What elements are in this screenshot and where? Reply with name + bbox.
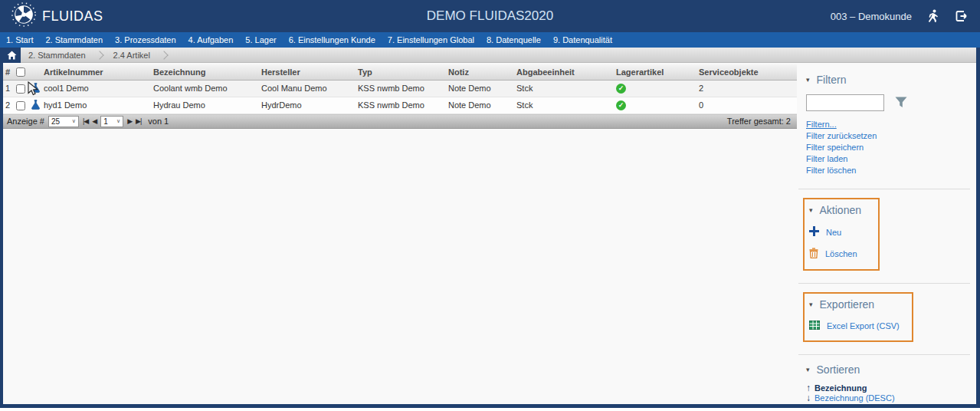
- flask-icon[interactable]: [31, 102, 40, 111]
- row-checkbox[interactable]: [16, 101, 25, 110]
- customer-label: 003 – Demokunde: [831, 11, 912, 22]
- column-bezeichnung[interactable]: Bezeichnung: [151, 64, 259, 80]
- funnel-icon[interactable]: [895, 97, 907, 110]
- column-artikelnummer[interactable]: Artikelnummer: [41, 64, 151, 80]
- column-abgabeeinheit[interactable]: Abgabeeinheit: [514, 64, 614, 80]
- export-section-header[interactable]: ▾ Exportieren: [809, 298, 900, 311]
- new-button[interactable]: Neu: [809, 226, 866, 238]
- column-icon: [29, 64, 41, 80]
- next-page-button[interactable]: ▶: [127, 117, 132, 125]
- table-row: 1 cool1 Demo Coolant wmb Demo: [3, 80, 797, 97]
- actions-section: ▾ Aktionen Neu: [803, 198, 880, 271]
- chevron-right-icon: [159, 51, 168, 59]
- nav-item-prozessdaten[interactable]: 3. Prozessdaten: [115, 35, 176, 44]
- select-all-checkbox[interactable]: [16, 67, 25, 77]
- nav-item-datenquelle[interactable]: 8. Datenquelle: [487, 35, 541, 44]
- header-right: 003 – Demokunde: [831, 9, 969, 23]
- section-divider: [798, 283, 970, 284]
- column-num: #: [3, 64, 14, 80]
- collapse-icon: ▾: [806, 76, 810, 84]
- breadcrumb-item-stammdaten[interactable]: 2. Stammdaten: [21, 51, 97, 60]
- collapse-icon: ▾: [806, 366, 810, 373]
- cell-bezeichnung: Hydrau Demo: [151, 97, 259, 113]
- page-count-label: von 1: [148, 117, 169, 126]
- sort-option-bezeichnung-asc[interactable]: ↑ Bezeichnung: [806, 383, 970, 393]
- breadcrumb-item-artikel[interactable]: 2.4 Artikel: [106, 51, 161, 60]
- check-circle-icon: ✓: [616, 84, 626, 94]
- section-divider: [798, 189, 970, 189]
- section-divider: [798, 354, 970, 355]
- column-notiz[interactable]: Notiz: [446, 64, 514, 80]
- sidebar: ▾ Filtern Filtern... Filter zurücksetzen: [798, 63, 970, 408]
- filter-input[interactable]: [806, 94, 884, 111]
- app-header: FLUIDAS DEMO FLUIDAS2020 003 – Demokunde: [0, 0, 980, 32]
- excel-export-label: Excel Export (CSV): [827, 321, 900, 330]
- cell-typ: KSS nwmb Demo: [356, 80, 446, 97]
- actions-section-header[interactable]: ▾ Aktionen: [809, 204, 866, 216]
- export-section-title: Exportieren: [820, 298, 875, 311]
- cell-typ: KSS nwmb Demo: [356, 97, 446, 113]
- sort-option-fcode-asc[interactable]: ↑ F-Code: [806, 403, 970, 408]
- total-results-label: Treffer gesamt: 2: [727, 117, 791, 126]
- filter-link-laden[interactable]: Filter laden: [806, 153, 970, 165]
- cell-hersteller: HydrDemo: [259, 97, 356, 113]
- delete-button[interactable]: Löschen: [809, 248, 866, 260]
- nav-item-lager[interactable]: 5. Lager: [245, 35, 276, 44]
- collapse-icon: ▾: [809, 301, 813, 308]
- sort-section: ▾ Sortieren ↑ Bezeichnung ↓ Bezeichnung …: [806, 363, 970, 408]
- page-size-select[interactable]: 25 ∨: [48, 116, 79, 127]
- user-walking-icon[interactable]: [927, 9, 940, 23]
- nav-item-start[interactable]: 1. Start: [6, 35, 33, 44]
- first-page-button[interactable]: |◀: [83, 117, 88, 125]
- prev-page-button[interactable]: ◀: [92, 117, 97, 125]
- nav-item-einstellungen-global[interactable]: 7. Einstellungen Global: [388, 35, 474, 44]
- home-button[interactable]: [3, 48, 21, 63]
- select-all-cell: [14, 64, 29, 80]
- cell-artikelnummer[interactable]: cool1 Demo: [41, 80, 151, 97]
- collapse-icon: ▾: [809, 206, 813, 214]
- sort-section-header[interactable]: ▾ Sortieren: [806, 363, 970, 376]
- cell-bezeichnung: Coolant wmb Demo: [151, 80, 259, 97]
- filter-link-loeschen[interactable]: Filter löschen: [806, 165, 970, 176]
- sort-option-bezeichnung-desc[interactable]: ↓ Bezeichnung (DESC): [806, 393, 970, 403]
- pagination-controls: Anzeige # 25 ∨ |◀ ◀ 1 ∨ ▶ ▶| von: [7, 116, 169, 127]
- nav-item-aufgaben[interactable]: 4. Aufgaben: [188, 35, 234, 44]
- cell-artikelnummer[interactable]: hyd1 Demo: [41, 97, 151, 113]
- main-nav: 1. Start 2. Stammdaten 3. Prozessdaten 4…: [0, 32, 980, 48]
- delete-button-label: Löschen: [825, 249, 857, 258]
- column-lagerartikel[interactable]: Lagerartikel: [614, 64, 696, 80]
- actions-section-title: Aktionen: [820, 204, 861, 216]
- chevron-down-icon: ∨: [116, 118, 120, 124]
- last-page-button[interactable]: ▶|: [136, 117, 141, 125]
- filter-link-speichern[interactable]: Filter speichern: [806, 142, 970, 153]
- table-row: 2 hyd1 Demo Hydrau Demo: [3, 97, 797, 113]
- breadcrumb: 2. Stammdaten 2.4 Artikel: [3, 48, 976, 63]
- nav-item-datenqualitaet[interactable]: 9. Datenqualität: [553, 35, 612, 44]
- trash-icon: [809, 248, 818, 260]
- logout-icon[interactable]: [955, 10, 969, 22]
- filter-section-header[interactable]: ▾ Filtern: [806, 74, 970, 86]
- nav-item-einstellungen-kunde[interactable]: 6. Einstellungen Kunde: [289, 35, 375, 44]
- cell-notiz: Note Demo: [446, 97, 514, 113]
- chevron-down-icon: ∨: [72, 118, 76, 124]
- sort-asc-icon: ↑: [806, 403, 814, 408]
- cell-serviceobjekte: 2: [696, 80, 797, 97]
- nav-item-stammdaten[interactable]: 2. Stammdaten: [45, 35, 103, 44]
- cell-abgabeeinheit: Stck: [514, 80, 614, 97]
- flask-icon[interactable]: [31, 85, 40, 94]
- column-serviceobjekte[interactable]: Serviceobjekte: [696, 64, 797, 80]
- main-row: # Artikelnummer Bezeichnung Hersteller T…: [3, 63, 976, 408]
- row-checkbox[interactable]: [16, 84, 25, 94]
- plus-icon: [809, 226, 819, 238]
- sort-section-title: Sortieren: [817, 363, 860, 376]
- table-header-row: # Artikelnummer Bezeichnung Hersteller T…: [3, 64, 797, 80]
- cell-serviceobjekte: 0: [696, 97, 797, 113]
- excel-export-button[interactable]: Excel Export (CSV): [809, 321, 900, 331]
- column-hersteller[interactable]: Hersteller: [259, 64, 356, 80]
- filter-link-filtern[interactable]: Filtern...: [806, 119, 970, 130]
- export-section: ▾ Exportieren: [803, 292, 913, 342]
- filter-link-zuruecksetzen[interactable]: Filter zurücksetzen: [806, 130, 970, 142]
- logo[interactable]: FLUIDAS: [11, 2, 103, 31]
- page-select[interactable]: 1 ∨: [100, 116, 123, 127]
- column-typ[interactable]: Typ: [356, 64, 446, 80]
